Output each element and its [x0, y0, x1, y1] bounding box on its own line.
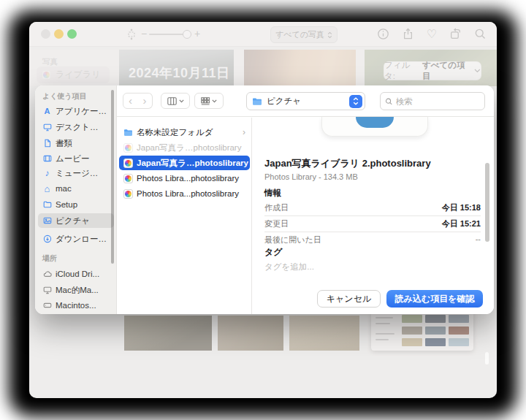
file-row-japan-library-2-selected[interactable]: Japan写真ラ…photoslibrary: [119, 156, 250, 170]
item-label: デスクト…: [56, 122, 99, 133]
info-value: 今日 15:21: [442, 218, 481, 229]
chevron-right-icon: ›: [243, 127, 245, 137]
preview-pane: Japan写真ライブラリ 2.photoslibrary Photos Libr…: [253, 118, 494, 314]
column-view-icon: [167, 97, 177, 105]
file-row-photos-library[interactable]: Photos Libra...photoslibrary: [119, 171, 250, 186]
home-icon: ⌂: [42, 184, 52, 194]
info-label: 変更日: [264, 219, 289, 228]
sidebar-item-movies[interactable]: ムービー: [38, 151, 114, 166]
sidebar-scrollbar-thumb[interactable]: [111, 90, 114, 264]
info-row-last-opened: 最後に開いた日 --: [264, 234, 481, 246]
dialog-sidebar: よく使う項目 A アプリケー… デスクト… 書類: [35, 85, 117, 314]
item-label: アプリケー…: [56, 106, 107, 117]
item-label: ダウンロー…: [56, 234, 107, 245]
item-label: mac: [56, 184, 72, 193]
display-icon: [42, 286, 52, 295]
photos-library-icon: [123, 189, 133, 199]
grid-view-icon: [201, 97, 210, 105]
favorites-header: よく使う項目: [42, 91, 87, 102]
download-icon: [42, 234, 52, 244]
item-label: iCloud Dri...: [56, 270, 99, 278]
sidebar-item-macintosh-hd[interactable]: Macintos...: [38, 298, 114, 313]
info-value: --: [476, 234, 481, 243]
item-label: ミュージ…: [56, 168, 98, 179]
info-header: 情報: [264, 188, 281, 199]
file-name: Japan写真ラ…photoslibrary: [137, 142, 241, 153]
file-name: Japan写真ラ…photoslibrary: [137, 158, 248, 169]
column-view-button[interactable]: [161, 93, 190, 109]
info-label: 作成日: [264, 203, 289, 212]
applications-icon: A: [42, 107, 52, 116]
chevron-down-icon: [179, 99, 184, 103]
film-icon: [42, 154, 52, 164]
file-name: 名称未設定フォルダ: [137, 127, 213, 138]
tags-placeholder[interactable]: タグを追加...: [264, 261, 314, 272]
folder-icon: [252, 97, 262, 106]
sidebar-item-icloud[interactable]: iCloud Dri...: [38, 267, 114, 281]
file-name: Photos Libra...photoslibrary: [137, 174, 239, 183]
item-label: Macintos...: [56, 301, 96, 310]
pictures-icon: [42, 216, 52, 226]
item-label: ムービー: [56, 153, 90, 164]
library-preview-icon: [321, 117, 428, 137]
confirm-import-button[interactable]: 読み込む項目を確認: [386, 290, 483, 308]
info-label: 最後に開いた日: [264, 235, 321, 244]
item-label: ピクチャ: [56, 215, 90, 226]
tags-header: タグ: [264, 246, 283, 259]
cancel-button[interactable]: キャンセル: [317, 290, 381, 308]
search-icon: [385, 97, 393, 106]
divider: [264, 232, 481, 232]
document-icon: [42, 139, 52, 148]
item-label: Mac的Ma...: [56, 285, 99, 296]
search-input[interactable]: [396, 97, 480, 106]
screen: − + すべての写真 ♡: [0, 0, 526, 420]
info-row-modified: 変更日 今日 15:21: [264, 218, 481, 230]
photos-library-icon: [123, 174, 133, 183]
folder-icon: [42, 200, 52, 210]
info-row-created: 作成日 今日 15:18: [264, 202, 481, 214]
photos-library-icon: [123, 143, 133, 153]
sidebar-item-downloads[interactable]: ダウンロー…: [38, 232, 114, 246]
sidebar-item-documents[interactable]: 書類: [38, 136, 114, 150]
search-field[interactable]: [380, 92, 485, 110]
file-name: Photos Libra...photoslibrary: [137, 189, 239, 198]
folder-icon: [123, 129, 133, 137]
group-view-button[interactable]: [194, 93, 224, 109]
back-button[interactable]: ‹: [123, 93, 138, 109]
photos-library-icon: [123, 159, 133, 168]
divider: [264, 215, 481, 216]
location-label: ピクチャ: [267, 96, 345, 107]
sidebar-item-mac[interactable]: Mac的Ma...: [38, 283, 114, 297]
library-icon-detail: [356, 117, 394, 128]
preview-subtitle: Photos Library - 134.3 MB: [264, 172, 358, 181]
dialog-toolbar: ‹ › ピクチャ: [117, 85, 494, 117]
sidebar-item-pictures[interactable]: ピクチャ: [38, 213, 114, 228]
sidebar-item-music[interactable]: ♪ ミュージ…: [38, 166, 114, 180]
sidebar-item-desktop[interactable]: デスクト…: [38, 120, 114, 134]
file-row-untitled-folder[interactable]: 名称未設定フォルダ ›: [119, 125, 250, 140]
dropdown-stepper-icon: [349, 95, 362, 108]
music-note-icon: ♪: [42, 169, 52, 178]
file-list: 名称未設定フォルダ › Japan写真ラ…photoslibrary Japan…: [117, 118, 252, 314]
cloud-icon: [42, 270, 52, 279]
desktop-icon: [42, 123, 52, 132]
open-dialog: よく使う項目 A アプリケー… デスクト… 書類: [35, 85, 494, 314]
info-value: 今日 15:18: [442, 202, 481, 213]
scrollbar-thumb[interactable]: [485, 352, 489, 364]
forward-button[interactable]: ›: [137, 93, 153, 109]
chevron-down-icon: [212, 99, 217, 103]
item-label: 書類: [56, 138, 72, 149]
preview-title: Japan写真ライブラリ 2.photoslibrary: [264, 157, 431, 170]
sidebar-item-setup[interactable]: Setup: [38, 197, 114, 212]
location-dropdown[interactable]: ピクチャ: [246, 92, 365, 110]
file-row-japan-library-1[interactable]: Japan写真ラ…photoslibrary: [119, 140, 250, 155]
sidebar-item-applications[interactable]: A アプリケー…: [38, 104, 114, 118]
file-row-photos-library-2[interactable]: Photos Libra...photoslibrary: [119, 186, 250, 201]
sidebar-item-home[interactable]: ⌂ mac: [38, 181, 114, 196]
hard-drive-icon: [42, 301, 52, 310]
preview-scrollbar-thumb[interactable]: [485, 163, 489, 242]
item-label: Setup: [56, 200, 77, 209]
locations-header: 場所: [42, 253, 57, 264]
